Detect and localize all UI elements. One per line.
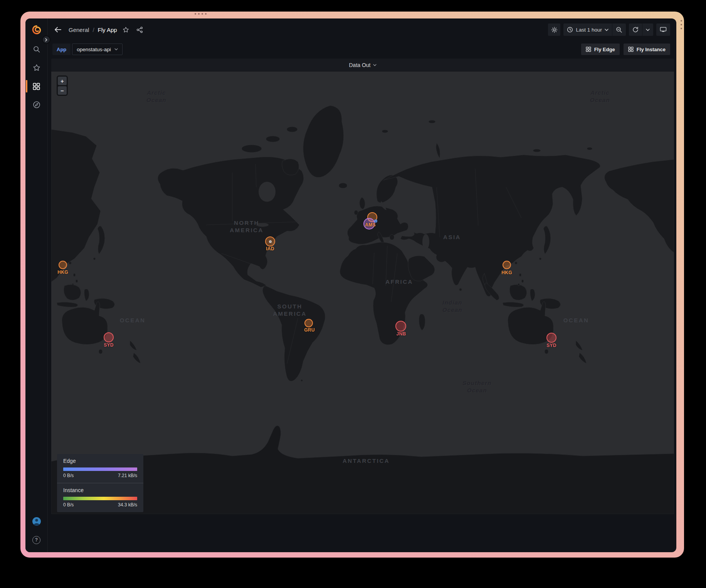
- dashboard-link-fly-instance[interactable]: Fly Instance: [624, 44, 670, 55]
- sidebar-item-search[interactable]: [29, 42, 44, 57]
- sidebar: ?: [25, 18, 48, 552]
- map-markers: HKGSYDIADGRUAMSJNBHKGSYD: [51, 72, 674, 514]
- dashboard-link-fly-edge[interactable]: Fly Edge: [581, 44, 620, 55]
- monitor-icon: [660, 27, 667, 33]
- map-marker-circle-orange[interactable]: [304, 319, 313, 327]
- zoom-out-button[interactable]: −: [58, 86, 67, 95]
- chevron-down-icon: [646, 28, 650, 31]
- apps-grid-icon: [628, 47, 634, 52]
- breadcrumb: General / Fly App: [69, 27, 117, 33]
- star-outline-icon: [123, 27, 129, 33]
- legend-title: Instance: [63, 487, 137, 493]
- variable-value: openstatus-api: [77, 47, 111, 52]
- window-frame: ? General / Fly App: [20, 12, 684, 558]
- template-variable-app: App openstatus-api: [52, 44, 123, 55]
- dashboard-settings-button[interactable]: [548, 23, 560, 36]
- map-marker-circle-red[interactable]: [395, 321, 406, 332]
- map-marker-label: GRU: [304, 327, 315, 333]
- map-marker-circle-blue[interactable]: [374, 219, 377, 223]
- legend-section: Edge0 B/s7.21 kB/s: [57, 454, 143, 483]
- sidebar-expand-button[interactable]: [42, 35, 50, 44]
- clock-icon: [567, 27, 573, 33]
- map-marker-label: SYD: [104, 342, 114, 348]
- legend-max: 34.3 kB/s: [118, 502, 137, 508]
- zoom-in-button[interactable]: +: [58, 77, 67, 85]
- breadcrumb-folder[interactable]: General: [69, 27, 89, 33]
- sidebar-item-help[interactable]: ?: [29, 532, 44, 548]
- zoom-out-time-button[interactable]: [612, 23, 626, 36]
- dashboard-controls-row: App openstatus-api Fly Edge: [48, 43, 676, 55]
- chevron-down-icon: [605, 28, 609, 31]
- map-marker-label: IAD: [266, 246, 274, 251]
- arrow-left-icon: [54, 26, 62, 33]
- back-button[interactable]: [52, 24, 63, 35]
- favorite-dashboard-button[interactable]: [121, 25, 131, 35]
- legend-title: Edge: [63, 458, 137, 464]
- search-icon: [33, 45, 40, 53]
- dashboard-link-label: Fly Instance: [637, 47, 666, 52]
- dashboard-link-label: Fly Edge: [594, 47, 615, 52]
- legend-min: 0 B/s: [63, 473, 74, 478]
- legend-gradient-bar: [63, 497, 137, 500]
- map-marker-label: JNB: [397, 331, 406, 337]
- map-marker-circle-purple[interactable]: [363, 218, 375, 230]
- time-picker: Last 1 hour: [563, 23, 626, 36]
- map-marker-circle-red[interactable]: [104, 332, 114, 342]
- avatar-icon: [32, 517, 41, 526]
- map-marker-label: HKG: [57, 270, 68, 275]
- sidebar-item-explore[interactable]: [29, 97, 44, 112]
- grafana-app-window: ? General / Fly App: [25, 18, 676, 552]
- variable-label[interactable]: App: [52, 44, 71, 55]
- legend-section: Instance0 B/s34.3 kB/s: [57, 483, 143, 512]
- frame-grip-top-icon: [195, 13, 207, 15]
- dashboards-grid-icon: [33, 83, 40, 90]
- sidebar-item-dashboards[interactable]: [29, 79, 44, 94]
- apps-grid-icon: [586, 47, 591, 52]
- breadcrumb-divider: /: [92, 27, 94, 33]
- cycle-view-mode-button[interactable]: [656, 23, 670, 36]
- star-icon: [33, 64, 40, 72]
- variable-value-dropdown[interactable]: openstatus-api: [72, 44, 123, 55]
- map-marker-label: SYD: [546, 343, 556, 348]
- breadcrumb-dashboard-title: Fly App: [98, 27, 117, 33]
- chevron-down-icon: [373, 64, 377, 66]
- map-marker-circle-red[interactable]: [546, 333, 556, 343]
- map-legend: Edge0 B/s7.21 kB/sInstance0 B/s34.3 kB/s: [57, 454, 143, 512]
- refresh-interval-dropdown[interactable]: [642, 23, 653, 36]
- world-map[interactable]: ArcticOceanArcticOceanNORTHAMERICAASIAAF…: [51, 72, 674, 514]
- user-avatar[interactable]: [29, 514, 44, 529]
- panel-header[interactable]: Data Out: [51, 59, 674, 72]
- dashboard-header: General / Fly App: [48, 18, 676, 41]
- geomap-panel: Data Out: [51, 59, 674, 514]
- legend-max: 7.21 kB/s: [118, 473, 137, 478]
- legend-min: 0 B/s: [63, 502, 74, 508]
- refresh-icon: [632, 27, 639, 33]
- compass-icon: [33, 101, 40, 109]
- sidebar-item-starred[interactable]: [29, 60, 44, 75]
- grafana-logo-icon[interactable]: [31, 25, 42, 35]
- panel-title: Data Out: [349, 62, 370, 68]
- time-range-label: Last 1 hour: [576, 27, 602, 33]
- share-dashboard-button[interactable]: [135, 25, 145, 35]
- chevron-down-icon: [114, 48, 118, 50]
- legend-gradient-bar: [63, 467, 137, 471]
- magnifier-minus-icon: [616, 27, 622, 33]
- map-marker-label: HKG: [501, 270, 512, 275]
- map-marker-circle-gray[interactable]: [269, 240, 272, 243]
- frame-grip-right-icon: [681, 20, 682, 29]
- time-range-button[interactable]: Last 1 hour: [563, 23, 612, 36]
- map-marker-circle-orange[interactable]: [503, 261, 511, 269]
- refresh-picker: [629, 23, 653, 36]
- refresh-button[interactable]: [629, 23, 642, 36]
- help-icon: ?: [32, 536, 40, 544]
- share-icon: [136, 27, 143, 33]
- gear-icon: [551, 27, 558, 33]
- map-marker-circle-orange[interactable]: [59, 261, 67, 269]
- map-zoom-controls: + −: [57, 75, 68, 96]
